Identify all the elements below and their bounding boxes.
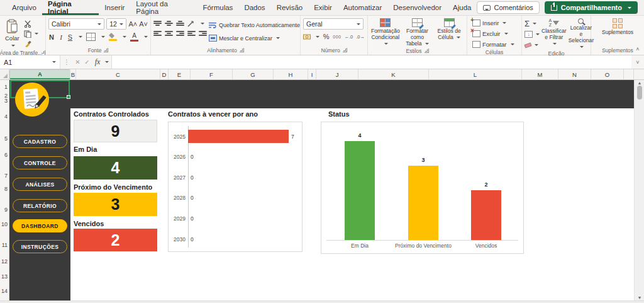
status-chart-panel[interactable]: 4Em Dia3Próximo do Vencimento2Vencidos: [321, 122, 524, 254]
column-header-D[interactable]: D: [160, 69, 169, 79]
column-header-E[interactable]: E: [169, 69, 191, 79]
menu-tab-exibir[interactable]: Exibir: [308, 0, 338, 15]
row-header-10[interactable]: 10: [1, 221, 8, 227]
column-header-F[interactable]: F: [191, 69, 233, 79]
align-center-icon[interactable]: [165, 31, 173, 36]
paste-button[interactable]: Colar: [3, 18, 22, 50]
row-header-4[interactable]: 4: [4, 113, 8, 120]
scroll-down-icon[interactable]: ▼: [635, 295, 644, 300]
row-header-9[interactable]: 9: [4, 207, 8, 213]
dialog-launcher-icon[interactable]: [104, 48, 108, 52]
menu-tab-dados[interactable]: Dados: [238, 0, 270, 15]
column-header-A[interactable]: A: [9, 69, 70, 79]
menu-tab-formulas[interactable]: Fórmulas: [197, 0, 238, 15]
conditional-formatting-button[interactable]: Formatação Condicional: [370, 18, 401, 47]
column-header-partial[interactable]: [624, 69, 634, 79]
share-button[interactable]: Compartilhamento: [545, 1, 638, 14]
underline-button[interactable]: S: [67, 33, 73, 41]
align-top-icon[interactable]: [153, 21, 162, 26]
scroll-up-icon[interactable]: ▲: [635, 81, 644, 85]
expand-formula-bar-button[interactable]: ˅: [631, 59, 644, 66]
select-all-corner[interactable]: [0, 69, 9, 79]
menu-tab-revisao[interactable]: Revisão: [271, 0, 309, 15]
decrease-decimal-button[interactable]: .0→: [356, 34, 365, 40]
column-header-C[interactable]: C: [76, 69, 160, 79]
align-bottom-icon[interactable]: [176, 21, 184, 26]
column-header-H[interactable]: H: [274, 69, 308, 79]
comma-style-button[interactable]: 000: [333, 35, 341, 39]
row-header-1[interactable]: 1: [4, 84, 8, 90]
increase-indent-icon[interactable]: [199, 31, 207, 36]
row-header-5[interactable]: 5: [4, 135, 8, 142]
menu-tab-ajuda[interactable]: Ajuda: [447, 0, 477, 15]
row-header-14[interactable]: 14: [1, 288, 8, 294]
font-color-button[interactable]: A: [130, 32, 138, 42]
autosum-button[interactable]: Σ: [525, 20, 540, 28]
column-header-K[interactable]: K: [358, 69, 429, 79]
vertical-scrollbar[interactable]: ▲ ▼: [634, 80, 644, 300]
align-right-icon[interactable]: [176, 31, 184, 36]
format-painter-button[interactable]: [24, 40, 38, 48]
column-header-I[interactable]: I: [308, 69, 316, 79]
orientation-icon[interactable]: [187, 20, 196, 27]
increase-decimal-button[interactable]: ←.0: [344, 34, 353, 40]
format-as-table-button[interactable]: Formatar como Tabela: [402, 18, 433, 47]
increase-font-button[interactable]: A˄: [128, 20, 137, 28]
menu-tab-desenvolvedor[interactable]: Desenvolvedor: [387, 0, 447, 15]
column-header-J[interactable]: J: [316, 69, 358, 79]
align-left-icon[interactable]: [153, 31, 162, 36]
decrease-font-button[interactable]: A˅: [139, 20, 148, 28]
number-format-select[interactable]: Geral: [303, 18, 364, 30]
delete-cells-button[interactable]: Excluir: [472, 29, 508, 38]
italic-button[interactable]: I: [58, 33, 64, 41]
row-header-11[interactable]: 11: [2, 242, 8, 248]
menu-tab-automatizar[interactable]: Automatizar: [338, 0, 387, 15]
merge-center-button[interactable]: Mesclar e Centralizar: [209, 33, 300, 43]
clear-button[interactable]: [525, 41, 540, 49]
horizontal-scrollbar[interactable]: [0, 300, 644, 303]
row-header-3[interactable]: 3: [4, 98, 8, 104]
comments-button[interactable]: Comentários: [477, 1, 539, 14]
enter-formula-button[interactable]: ✓: [82, 59, 92, 66]
column-header-B[interactable]: B: [70, 69, 76, 79]
column-header-M[interactable]: M: [522, 69, 558, 79]
wrap-text-button[interactable]: Quebrar Texto Automaticamente: [209, 20, 300, 30]
insert-cells-button[interactable]: Inserir: [472, 18, 506, 28]
sidebar-button-controle[interactable]: CONTROLE: [13, 156, 67, 169]
sort-filter-button[interactable]: AZ Classificar e Filtrar: [541, 18, 567, 47]
column-header-L[interactable]: L: [429, 69, 522, 79]
sidebar-button-analises[interactable]: ANÁLISES: [13, 178, 67, 191]
sidebar-button-cadastro[interactable]: CADASTRO: [13, 135, 67, 148]
dialog-launcher-icon[interactable]: [240, 48, 244, 52]
column-header-O[interactable]: O: [591, 69, 624, 79]
sidebar-button-relatorio[interactable]: RELATÓRIO: [13, 199, 67, 212]
format-cells-button[interactable]: Formatar: [472, 40, 514, 49]
fill-button[interactable]: ↓: [525, 30, 540, 38]
borders-button[interactable]: [86, 33, 96, 41]
dialog-launcher-icon[interactable]: [425, 49, 429, 53]
name-box[interactable]: A1: [0, 55, 60, 69]
expiry-chart-panel[interactable]: 202572026020270202802029020300: [168, 122, 303, 252]
column-header-N[interactable]: N: [558, 69, 591, 79]
row-header-8[interactable]: 8: [4, 186, 8, 192]
menu-tab-layout-da-pagina[interactable]: Layout da Página: [130, 0, 197, 15]
font-name-select[interactable]: Calibri: [48, 18, 104, 30]
vertical-scrollbar-thumb[interactable]: [637, 86, 642, 100]
bold-button[interactable]: N: [48, 33, 55, 41]
sidebar-button-instrucoes[interactable]: INSTRUÇÕES: [13, 240, 67, 253]
cut-button[interactable]: [24, 20, 38, 28]
currency-format-button[interactable]: [303, 33, 311, 40]
insert-function-button[interactable]: fx: [92, 57, 103, 67]
font-size-select[interactable]: 12: [106, 18, 126, 30]
dialog-launcher-icon[interactable]: [343, 48, 347, 52]
cancel-formula-button[interactable]: ✕: [73, 59, 82, 66]
row-header-6[interactable]: 6: [4, 152, 8, 158]
copy-button[interactable]: [24, 30, 38, 38]
formula-input[interactable]: [111, 55, 631, 69]
row-header-12[interactable]: 12: [1, 258, 8, 265]
collapse-ribbon-button[interactable]: ˄: [634, 47, 641, 53]
menu-tab-inserir[interactable]: Inserir: [99, 0, 130, 15]
fill-color-button[interactable]: [109, 33, 117, 41]
find-select-button[interactable]: Localizar e Selecionar: [569, 18, 594, 50]
decrease-indent-icon[interactable]: [187, 31, 196, 36]
